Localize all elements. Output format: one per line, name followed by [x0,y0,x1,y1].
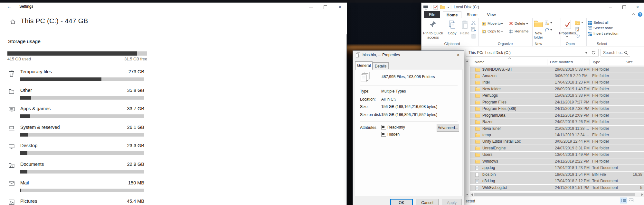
pictures-icon [8,199,16,205]
file-folder-icon [475,94,480,98]
read-only-checkbox[interactable] [381,125,386,129]
category-bar-fill [20,151,27,155]
apply-button[interactable]: Apply [442,199,462,205]
file-row[interactable]: PerfLogs15/09/2018 3:33 PMFile folder [470,93,644,99]
category-size-value: 23.3 GB [106,143,144,148]
file-type: Text Document [592,179,618,183]
file-name: Program Files (x86) [482,106,516,111]
category-bar-fill [20,170,27,174]
bin-file-icon [475,173,480,177]
file-row[interactable]: New folder28/09/2019 1:49 PMFile folder [470,86,644,92]
file-type: File folder [592,74,609,78]
file-date: 24/11/2019 2:22 PM [555,159,589,164]
file-type: File folder [592,120,609,124]
file-row[interactable]: Razer24/02/2019 7:26 PMFile folder [470,119,644,125]
ok-button[interactable]: OK [390,199,413,205]
horizontal-scrollbar[interactable] [470,192,644,197]
file-folder-icon [475,127,480,131]
details-view-icon [621,199,626,202]
thumbnails-view-icon [629,199,633,202]
storage-category-row[interactable]: System & reserved26.1 GB [0,125,148,139]
tab-general[interactable]: General [355,61,373,70]
file-name: Razer [482,120,493,124]
file-row[interactable]: Program Files24/11/2019 7:27 PMFile fold… [470,99,644,105]
file-type: File folder [592,139,609,144]
tab-details[interactable]: Details [373,62,389,70]
file-row[interactable]: Amazon3/06/2019 2:29 PMFile folder [470,73,644,79]
thumbnails-view-button[interactable] [628,198,635,203]
dialog-titlebar[interactable]: bios.bin, ... Properties × [353,51,464,59]
settings-scrollbar[interactable] [346,34,346,205]
storage-category-row[interactable]: Pictures45.4 MB [0,199,148,205]
category-label: Documents [20,162,44,167]
scrollbar-thumb[interactable] [474,193,635,196]
storage-category-row[interactable]: Apps & games33.7 GB [0,106,148,120]
file-name: RiviaTuner [482,126,501,131]
category-size-value: 26.1 GB [106,125,144,130]
category-bar-fill [20,114,30,118]
scroll-down-icon[interactable] [466,194,469,195]
file-type: File folder [592,100,609,104]
apply-button-label: Apply [447,201,457,205]
storage-category-row[interactable]: Desktop23.3 GB [0,143,148,157]
file-type: File folder [592,152,609,157]
file-row[interactable]: Windows24/11/2019 2:22 PMFile folder [470,158,644,165]
category-size-value: 150 MB [106,180,144,185]
selection-summary: 487,995 Files, 103,008 Folders [382,75,435,79]
file-date: 24/11/2019 1:51 PM [555,185,589,190]
category-bar-track [20,114,144,118]
advanced-button[interactable]: Advanced... [437,124,459,132]
file-row[interactable]: Program Files (x86)24/11/2019 7:38 PMFil… [470,106,644,112]
storage-category-row[interactable]: Documents22.9 GB [0,162,148,176]
category-size-value: 35.8 GB [106,88,144,93]
file-type: File folder [592,67,609,72]
file-folder-icon [475,159,480,164]
close-icon: × [457,52,459,58]
category-size-value: 22.9 GB [106,162,144,167]
cancel-button[interactable]: Cancel [416,199,439,205]
dialog-close-button[interactable]: × [454,51,463,58]
mail-icon [8,181,16,189]
file-row[interactable]: Intel17/04/2018 1:23 PMFile folder [470,79,644,85]
file-row[interactable]: $WINDOWS.~BT29/08/2019 5:38 PMFile folde… [470,67,644,73]
file-folder-icon [475,74,480,78]
file-date: 3/06/2019 2:29 PM [555,74,587,78]
storage-category-row[interactable]: Mail150 MB [0,180,148,194]
file-date: 21/08/2019 11:38 ... [555,126,589,131]
file-row[interactable]: ProgramData24/11/2019 2:09 PMFile folder [470,112,644,119]
general-tab-panel [355,69,462,196]
storage-category-row[interactable]: Other35.8 GB [0,88,148,102]
file-row[interactable]: UnrealEngine24/07/2019 3:31 PMFile folde… [470,145,644,151]
file-folder-icon [475,80,480,85]
file-date: 17/04/2018 1:23 PM [555,165,590,170]
file-type: File folder [592,159,609,164]
file-name: temp [482,133,491,137]
scroll-left-icon[interactable] [471,193,473,196]
file-row[interactable]: app.log17/04/2018 1:23 PMText Document [470,165,644,171]
vertical-scrollbar[interactable] [465,59,469,197]
desktop-top-strip [0,0,644,3]
category-label: Apps & games [20,106,51,111]
text-doc-icon [475,179,480,183]
read-only-label[interactable]: Read-only [387,125,405,129]
hidden-checkbox[interactable] [381,132,386,137]
file-row[interactable]: d3d.log17/04/2018 2:12 PMText Document [470,178,644,184]
field-label-size: Size: [360,104,369,109]
file-folder-icon [475,87,480,92]
hidden-label[interactable]: Hidden [387,132,400,137]
scroll-up-icon[interactable] [466,60,469,62]
file-row[interactable]: RiviaTuner21/08/2019 11:38 ...File folde… [470,126,644,132]
category-label: Temporary files [20,69,52,74]
scroll-right-icon[interactable] [641,193,643,196]
field-value-size: 156 GB (168,164,216,608 bytes) [381,104,437,109]
file-row[interactable]: WifiSvcLog.txt24/11/2019 1:51 PMText Doc… [470,185,644,191]
details-view-button[interactable] [620,198,627,203]
storage-category-row[interactable]: Temporary files273 GB [0,69,148,83]
file-row[interactable]: bios.bin18/08/2019 1:54 PMBIN File16,38 [470,172,644,178]
category-label: System & reserved [20,125,60,130]
file-row[interactable]: Users13/04/2019 1:49 AMFile folder [470,152,644,158]
file-row[interactable]: Unity Editor Install Loc3/06/2019 12:44 … [470,138,644,145]
file-date: 13/04/2019 1:49 AM [555,152,589,157]
file-row[interactable]: temp14/11/2019 12:34 ...File folder [470,132,644,138]
divider [360,121,458,122]
